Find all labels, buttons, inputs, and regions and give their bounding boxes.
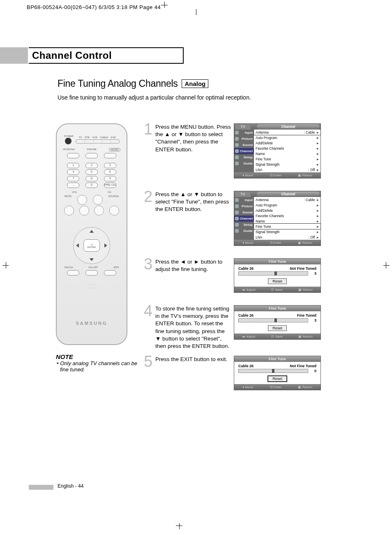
- samsung-logo: SAMSUNG: [57, 321, 127, 326]
- vol-up-icon: [77, 195, 87, 205]
- section-title: Channel Control: [28, 50, 112, 61]
- step-text: Press the MENU button. Press the ▲ or ▼ …: [155, 123, 234, 178]
- reset-button: Reset: [268, 278, 287, 284]
- intro-text: Use fine tuning to manually adjust a par…: [58, 94, 345, 101]
- power-button-icon: [65, 138, 71, 144]
- section-title-wrap: Channel Control: [29, 47, 184, 64]
- step-2: 2 Press the ▲ or ▼ button to select "Fin…: [144, 191, 325, 246]
- step-1: 1 Press the MENU button. Press the ▲ or …: [144, 123, 325, 178]
- step-number: 2: [144, 191, 155, 246]
- step-number: 3: [144, 258, 155, 293]
- step-text: Press the EXIT button to exit.: [155, 356, 234, 390]
- step-3: 3 Press the ◄ or ► button to adjust the …: [144, 258, 325, 293]
- step-text: To store the fine tuning setting in the …: [155, 305, 234, 350]
- step-5: 5 Press the EXIT button to exit. Fine Tu…: [144, 356, 325, 390]
- osd-fine-tune-3: Fine Tune Cable 26Not Fine Tuned 3 Reset…: [234, 258, 321, 293]
- step-text: Press the ▲ or ▼ button to select "Fine …: [155, 191, 234, 246]
- source-icon: [109, 206, 119, 215]
- ch-dn-icon: [94, 206, 104, 215]
- step-4: 4 To store the fine tuning setting in th…: [144, 305, 325, 350]
- reset-button-selected: Reset: [268, 376, 287, 382]
- osd-fine-tune-4: Fine Tune Cable 26Fine Tuned 3 Reset ◂▸ …: [234, 305, 321, 340]
- note-heading: NOTE: [56, 353, 138, 360]
- footer-bar: [29, 485, 53, 490]
- step-number: 1: [144, 123, 155, 178]
- step-number: 5: [144, 356, 155, 390]
- step-number: 4: [144, 305, 155, 350]
- mode-labels: TVSTBVCRCABLEDVD: [79, 136, 116, 139]
- page-footer: English - 44: [58, 483, 83, 489]
- osd-fine-tune-5: Fine Tune Cable 26Not Fine Tuned 0 Reset…: [234, 356, 321, 390]
- analog-badge: Analog: [182, 79, 208, 88]
- page-subtitle: Fine Tuning Analog Channels: [58, 78, 178, 89]
- reset-button: Reset: [268, 325, 287, 331]
- mute-icon: [64, 206, 74, 215]
- osd-channel-menu-2: TVChannel Input Picture Sound Channel Se…: [234, 191, 321, 246]
- note-text: • Only analog TV channels can be fine tu…: [60, 360, 138, 373]
- osd-channel-menu-1: TVChannel Input Picture Sound Channel Se…: [234, 123, 321, 178]
- remote-illustration: POWER TVSTBVCRCABLEDVD ANTENNAP.MODEMODE…: [56, 123, 127, 345]
- step-text: Press the ◄ or ► button to adjust the fi…: [155, 258, 234, 293]
- doc-header: BP68-00524A-00(026~047) 6/3/05 3:18 PM P…: [27, 4, 161, 10]
- ch-up-icon: [93, 195, 103, 205]
- vol-dn-icon: [79, 206, 89, 215]
- dpad: ⊙ENTER: [73, 227, 110, 264]
